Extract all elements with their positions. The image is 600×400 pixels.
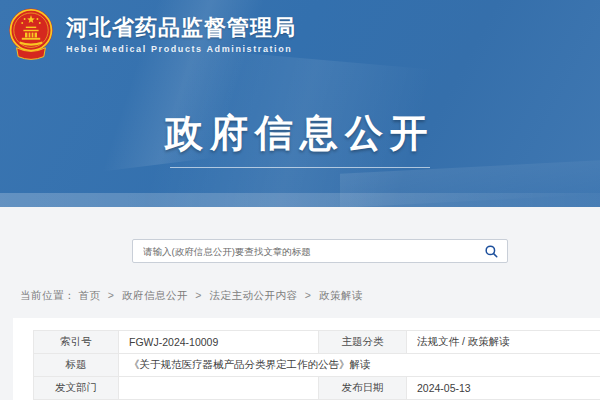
table-row: 索引号 FGWJ-2024-10009 主题分类 法规文件 / 政策解读: [34, 331, 600, 354]
index-number-value: FGWJ-2024-10009: [119, 331, 319, 354]
breadcrumb-item-home[interactable]: 首页: [78, 289, 100, 301]
breadcrumb-item-info-disclosure[interactable]: 政府信息公开: [122, 289, 188, 301]
breadcrumb-separator: >: [195, 289, 202, 301]
banner-bottom-band: [0, 193, 600, 207]
site-logo[interactable]: 河北省药品监督管理局 Hebei Medical Products Admini…: [7, 6, 296, 64]
search-icon[interactable]: [484, 244, 499, 259]
table-row: 标题 《关于规范医疗器械产品分类界定工作的公告》解读: [34, 354, 600, 377]
table-row: 发文部门 发布日期 2024-05-13: [34, 377, 600, 400]
banner-underline: [170, 167, 430, 168]
org-names: 河北省药品监督管理局 Hebei Medical Products Admini…: [66, 16, 296, 54]
breadcrumb-item-policy-interpretation: 政策解读: [319, 289, 363, 301]
breadcrumb-item-statutory-content[interactable]: 法定主动公开内容: [209, 289, 297, 301]
title-value: 《关于规范医疗器械产品分类界定工作的公告》解读: [119, 354, 600, 377]
subject-category-label: 主题分类: [319, 331, 407, 354]
subject-category-value: 法规文件 / 政策解读: [407, 331, 600, 354]
org-name-cn: 河北省药品监督管理局: [66, 16, 296, 40]
publish-date-value: 2024-05-13: [407, 377, 600, 400]
breadcrumb: 当前位置： 首页 > 政府信息公开 > 法定主动公开内容 > 政策解读: [20, 289, 363, 303]
issuing-department-value: [119, 377, 319, 400]
page: 河北省药品监督管理局 Hebei Medical Products Admini…: [0, 0, 600, 400]
index-number-label: 索引号: [34, 331, 119, 354]
breadcrumb-label: 当前位置：: [20, 289, 75, 301]
content-card: 索引号 FGWJ-2024-10009 主题分类 法规文件 / 政策解读 标题 …: [13, 318, 600, 400]
issuing-department-label: 发文部门: [34, 377, 119, 400]
document-meta-table: 索引号 FGWJ-2024-10009 主题分类 法规文件 / 政策解读 标题 …: [33, 330, 600, 400]
search-input[interactable]: [141, 245, 484, 258]
breadcrumb-separator: >: [305, 289, 312, 301]
site-header: 河北省药品监督管理局 Hebei Medical Products Admini…: [0, 0, 600, 207]
china-national-emblem-icon: [7, 6, 55, 64]
content-section: 索引号 FGWJ-2024-10009 主题分类 法规文件 / 政策解读 标题 …: [0, 318, 600, 400]
publish-date-label: 发布日期: [319, 377, 407, 400]
banner-title: 政府信息公开: [0, 108, 600, 159]
title-label: 标题: [34, 354, 119, 377]
org-name-en: Hebei Medical Products Administration: [66, 44, 296, 54]
breadcrumb-separator: >: [108, 289, 115, 301]
search-box[interactable]: [132, 239, 508, 263]
